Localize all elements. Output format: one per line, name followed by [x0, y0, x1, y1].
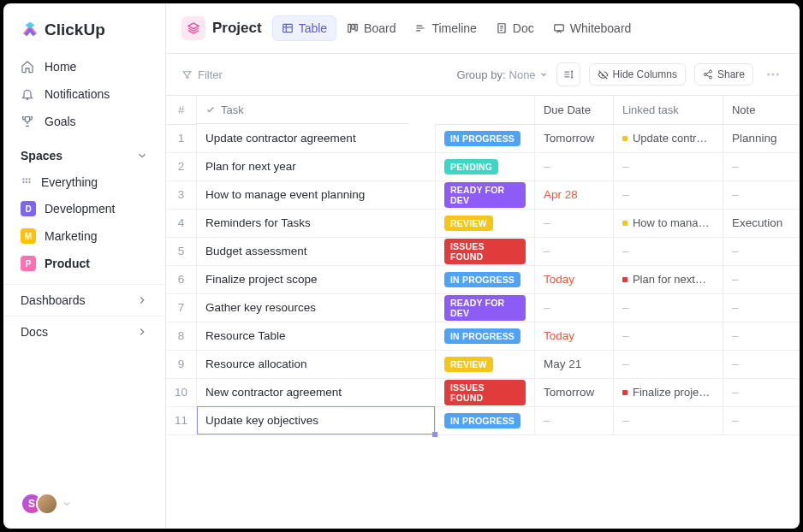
- status-cell[interactable]: REVIEW: [435, 209, 534, 237]
- table-row[interactable]: 8 Resource Table IN PROGRESS Today – –: [166, 322, 800, 350]
- task-name-cell[interactable]: Reminders for Tasks: [197, 209, 436, 237]
- task-name-cell[interactable]: Finalize project scope: [197, 265, 436, 293]
- space-item-marketing[interactable]: MMarketing: [3, 222, 165, 250]
- section-docs[interactable]: Docs: [3, 316, 165, 347]
- table-row[interactable]: 7 Gather key resources READY FOR DEV – –…: [166, 293, 800, 322]
- space-item-product[interactable]: PProduct: [3, 250, 165, 277]
- avatar-group[interactable]: S: [3, 479, 165, 529]
- status-cell[interactable]: IN PROGRESS: [435, 322, 534, 350]
- note-cell[interactable]: –: [723, 406, 800, 434]
- brand-logo[interactable]: ClickUp: [3, 3, 165, 53]
- task-name-cell[interactable]: Update contractor agreement: [197, 124, 436, 152]
- status-cell[interactable]: READY FOR DEV: [435, 180, 534, 209]
- groupby-selector[interactable]: Group by: None: [456, 68, 547, 81]
- view-tab-doc[interactable]: Doc: [487, 15, 543, 41]
- due-date-cell[interactable]: Tomorrow: [534, 124, 613, 152]
- due-date-cell[interactable]: –: [534, 293, 613, 322]
- view-tab-board[interactable]: Board: [338, 15, 404, 41]
- more-button[interactable]: [762, 67, 784, 82]
- project-title-chip[interactable]: Project: [181, 16, 262, 40]
- note-cell[interactable]: Execution: [723, 209, 800, 237]
- note-cell[interactable]: –: [723, 237, 800, 265]
- due-date-cell[interactable]: –: [534, 237, 613, 265]
- linked-task-cell[interactable]: –: [613, 152, 723, 180]
- nav-home[interactable]: Home: [10, 53, 158, 80]
- table-row[interactable]: 5 Budget assessment ISSUES FOUND – – –: [166, 237, 800, 265]
- task-name-cell[interactable]: Resource allocation: [197, 350, 436, 378]
- nav-goals[interactable]: Goals: [10, 108, 158, 135]
- task-name-cell[interactable]: Plan for next year: [197, 152, 436, 180]
- note-cell[interactable]: –: [723, 152, 800, 180]
- linked-task-cell[interactable]: Plan for next…: [613, 265, 723, 293]
- table-row[interactable]: 9 Resource allocation REVIEW May 21 – –: [166, 350, 800, 378]
- section-dashboards[interactable]: Dashboards: [3, 284, 165, 316]
- linked-task[interactable]: Plan for next…: [622, 273, 714, 286]
- task-name-cell[interactable]: How to manage event planning: [197, 180, 436, 209]
- linked-task-cell[interactable]: How to mana…: [613, 209, 723, 237]
- linked-task-cell[interactable]: –: [613, 350, 723, 378]
- task-name-cell[interactable]: Gather key resources: [197, 293, 436, 322]
- linked-task-cell[interactable]: –: [613, 406, 723, 434]
- linked-task[interactable]: Update contr…: [622, 132, 714, 145]
- status-cell[interactable]: READY FOR DEV: [435, 293, 534, 322]
- space-item-development[interactable]: DDevelopment: [3, 195, 165, 222]
- due-date-cell[interactable]: –: [534, 152, 613, 180]
- col-note[interactable]: Note: [723, 96, 800, 124]
- linked-task[interactable]: How to mana…: [622, 216, 714, 229]
- view-tab-table[interactable]: Table: [272, 15, 336, 41]
- linked-task-cell[interactable]: –: [613, 180, 723, 209]
- due-date-cell[interactable]: Today: [534, 322, 613, 350]
- spaces-header[interactable]: Spaces: [3, 135, 165, 169]
- note-cell[interactable]: –: [723, 293, 800, 322]
- col-number[interactable]: #: [166, 96, 197, 124]
- table-row[interactable]: 10 New contractor agreement ISSUES FOUND…: [166, 378, 800, 406]
- nav-notifications[interactable]: Notifications: [10, 80, 158, 108]
- status-cell[interactable]: IN PROGRESS: [435, 124, 534, 152]
- col-linked[interactable]: Linked task: [613, 96, 723, 124]
- table-row[interactable]: 3 How to manage event planning READY FOR…: [166, 180, 800, 209]
- linked-task-cell[interactable]: Finalize proje…: [613, 378, 723, 406]
- status-cell[interactable]: IN PROGRESS: [435, 265, 534, 293]
- table-row[interactable]: 11 Update key objectives IN PROGRESS – –…: [166, 406, 800, 434]
- linked-task-cell[interactable]: –: [613, 237, 723, 265]
- avatar-user-photo[interactable]: [36, 493, 58, 515]
- status-cell[interactable]: REVIEW: [435, 350, 534, 378]
- note-cell[interactable]: Planning: [723, 124, 800, 152]
- due-date-cell[interactable]: Apr 28: [534, 180, 613, 209]
- note-cell[interactable]: –: [723, 180, 800, 209]
- due-date-cell[interactable]: Today: [534, 265, 613, 293]
- task-name-cell[interactable]: Budget assessment: [197, 237, 436, 265]
- note-cell[interactable]: –: [723, 322, 800, 350]
- due-date-cell[interactable]: –: [534, 209, 613, 237]
- row-height-button[interactable]: [556, 62, 580, 86]
- task-name-cell[interactable]: New contractor agreement: [197, 378, 436, 406]
- table-row[interactable]: 1 Update contractor agreement IN PROGRES…: [166, 124, 800, 152]
- task-name-cell[interactable]: Update key objectives: [197, 406, 436, 434]
- linked-task-cell[interactable]: –: [613, 293, 723, 322]
- status-cell[interactable]: ISSUES FOUND: [435, 378, 534, 406]
- view-tab-timeline[interactable]: Timeline: [406, 15, 485, 41]
- note-cell[interactable]: –: [723, 378, 800, 406]
- filter-button[interactable]: Filter: [181, 68, 223, 81]
- linked-task[interactable]: Finalize proje…: [622, 386, 714, 399]
- note-cell[interactable]: –: [723, 350, 800, 378]
- col-task[interactable]: Task: [197, 96, 409, 124]
- space-everything[interactable]: Everything: [3, 169, 165, 195]
- note-cell[interactable]: –: [723, 265, 800, 293]
- due-date-cell[interactable]: –: [534, 406, 613, 434]
- share-button[interactable]: Share: [694, 63, 753, 86]
- table-row[interactable]: 4 Reminders for Tasks REVIEW – How to ma…: [166, 209, 800, 237]
- col-due[interactable]: Due Date: [534, 96, 613, 124]
- col-status[interactable]: [435, 96, 534, 124]
- view-tab-whiteboard[interactable]: Whiteboard: [544, 15, 640, 41]
- status-cell[interactable]: PENDING: [435, 152, 534, 180]
- status-cell[interactable]: ISSUES FOUND: [435, 237, 534, 265]
- task-name-cell[interactable]: Resource Table: [197, 322, 436, 350]
- table-row[interactable]: 2 Plan for next year PENDING – – –: [166, 152, 800, 180]
- due-date-cell[interactable]: May 21: [534, 350, 613, 378]
- hide-columns-button[interactable]: Hide Columns: [589, 63, 686, 86]
- status-cell[interactable]: IN PROGRESS: [435, 406, 534, 434]
- linked-task-cell[interactable]: –: [613, 322, 723, 350]
- table-row[interactable]: 6 Finalize project scope IN PROGRESS Tod…: [166, 265, 800, 293]
- due-date-cell[interactable]: Tomorrow: [534, 378, 613, 406]
